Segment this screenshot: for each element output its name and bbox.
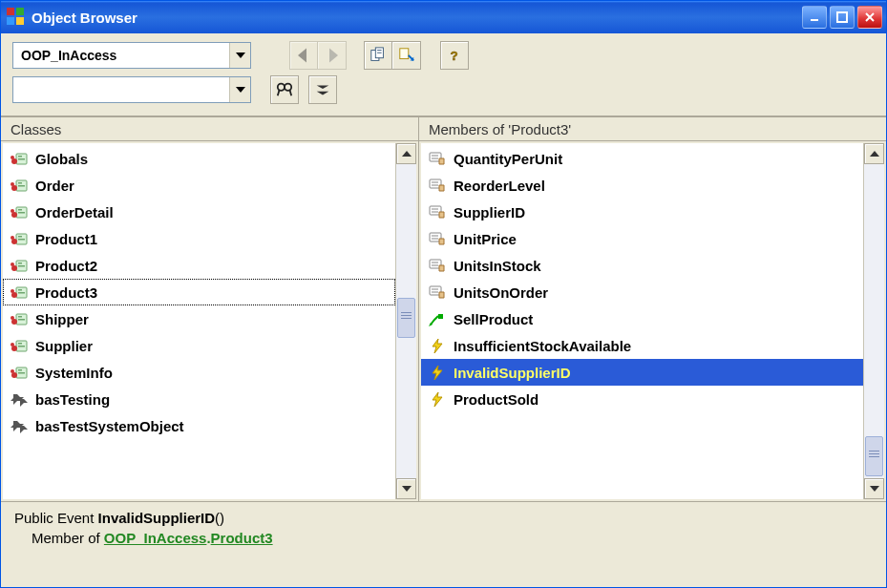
scroll-up-icon[interactable] [396, 143, 416, 164]
scroll-thumb[interactable] [865, 436, 883, 476]
class-row[interactable]: Product1 [3, 225, 395, 252]
prop-icon [427, 230, 448, 247]
close-button[interactable] [857, 6, 882, 29]
svg-marker-4 [236, 52, 245, 58]
class-row[interactable]: Order [3, 172, 395, 199]
member-label: InvalidSupplierID [454, 365, 571, 381]
scroll-track[interactable] [864, 164, 884, 478]
svg-line-17 [278, 90, 280, 95]
class-row[interactable]: SystemInfo [3, 359, 395, 386]
svg-marker-20 [317, 92, 329, 95]
toggle-search-results-button[interactable] [308, 75, 337, 104]
members-list[interactable]: QuantityPerUnitReorderLevelSupplierIDUni… [421, 143, 863, 499]
event-icon [427, 364, 448, 381]
members-scrollbar[interactable] [863, 143, 884, 499]
scroll-track[interactable] [396, 164, 416, 478]
class-label: Shipper [35, 311, 89, 327]
window-title: Object Browser [32, 10, 802, 26]
detail-member-of-label: Member of [32, 530, 104, 546]
class-label: OrderDetail [35, 204, 114, 220]
event-icon [427, 337, 448, 354]
svg-marker-19 [317, 86, 329, 90]
scroll-up-icon[interactable] [864, 143, 884, 164]
class-row[interactable]: Globals [3, 145, 395, 172]
svg-marker-21 [402, 151, 412, 157]
svg-marker-23 [870, 151, 879, 157]
members-pane: Members of 'Product3' QuantityPerUnitReo… [419, 117, 886, 501]
class-label: Product2 [35, 258, 97, 274]
member-row[interactable]: ProductSold [421, 386, 863, 412]
member-row[interactable]: SupplierID [421, 199, 863, 225]
member-label: UnitPrice [454, 231, 517, 247]
prop-icon [427, 177, 448, 194]
class-row[interactable]: Product3 [3, 279, 395, 305]
detail-suffix: () [215, 510, 224, 526]
member-row[interactable]: UnitsOnOrder [421, 279, 863, 305]
detail-library-link[interactable]: OOP_InAccess [104, 530, 207, 546]
member-label: ReorderLevel [454, 178, 545, 194]
copy-button[interactable] [364, 41, 392, 70]
module-icon [9, 417, 30, 434]
svg-rect-11 [399, 49, 408, 59]
svg-rect-1 [837, 12, 847, 22]
class-label: Product1 [35, 231, 97, 247]
search-combo-drop-icon[interactable] [229, 77, 250, 102]
member-row[interactable]: InvalidSupplierID [421, 359, 863, 386]
nav-back-button [289, 41, 318, 70]
class-row[interactable]: Product2 [3, 252, 395, 279]
library-combo[interactable]: OOP_InAccess [12, 42, 251, 69]
maximize-button[interactable] [830, 6, 855, 29]
library-combo-value: OOP_InAccess [13, 43, 229, 68]
svg-marker-14 [236, 87, 245, 93]
scroll-thumb[interactable] [397, 298, 415, 338]
class-label: Order [35, 178, 74, 194]
svg-marker-22 [402, 486, 412, 492]
method-icon [427, 310, 448, 327]
classes-scrollbar[interactable] [395, 143, 416, 499]
detail-pane: Public Event InvalidSupplierID() Member … [1, 501, 886, 587]
detail-prefix: Public Event [14, 510, 98, 526]
search-button[interactable] [270, 75, 299, 104]
help-button[interactable]: ? [440, 41, 469, 70]
class-icon [9, 284, 30, 301]
class-icon [9, 177, 30, 194]
class-icon [9, 310, 30, 327]
member-row[interactable]: QuantityPerUnit [421, 145, 863, 172]
library-combo-drop-icon[interactable] [229, 43, 250, 68]
class-row[interactable]: Supplier [3, 332, 395, 359]
member-label: UnitsInStock [454, 258, 541, 274]
member-row[interactable]: SellProduct [421, 305, 863, 332]
prop-icon [427, 150, 448, 167]
class-label: Globals [35, 151, 88, 167]
detail-class-link[interactable]: Product3 [211, 530, 273, 546]
class-label: basTesting [35, 391, 110, 408]
definition-button[interactable] [392, 41, 421, 70]
module-icon [9, 390, 30, 408]
member-label: InsufficientStockAvailable [454, 338, 631, 354]
member-row[interactable]: ReorderLevel [421, 172, 863, 199]
member-row[interactable]: UnitsInStock [421, 252, 863, 279]
class-row[interactable]: OrderDetail [3, 199, 395, 225]
scroll-down-icon[interactable] [864, 478, 884, 499]
class-label: Supplier [35, 338, 93, 354]
prop-icon [427, 257, 448, 274]
class-row[interactable]: basTestSystemObject [3, 412, 395, 439]
classes-list[interactable]: GlobalsOrderOrderDetailProduct1Product2P… [3, 143, 395, 499]
search-combo[interactable] [12, 76, 251, 103]
toolbar: OOP_InAccess [1, 33, 886, 116]
scroll-down-icon[interactable] [396, 478, 416, 499]
member-row[interactable]: InsufficientStockAvailable [421, 332, 863, 359]
class-icon [9, 364, 30, 381]
class-row[interactable]: Shipper [3, 305, 395, 332]
class-icon [9, 150, 30, 167]
class-label: basTestSystemObject [35, 418, 184, 434]
class-label: SystemInfo [35, 365, 113, 381]
class-icon [9, 230, 30, 247]
minimize-button[interactable] [802, 6, 827, 29]
member-row[interactable]: UnitPrice [421, 225, 863, 252]
svg-line-18 [289, 90, 291, 95]
class-row[interactable]: basTesting [3, 386, 395, 412]
app-icon [7, 8, 26, 27]
class-icon [9, 257, 30, 274]
prop-icon [427, 284, 448, 301]
